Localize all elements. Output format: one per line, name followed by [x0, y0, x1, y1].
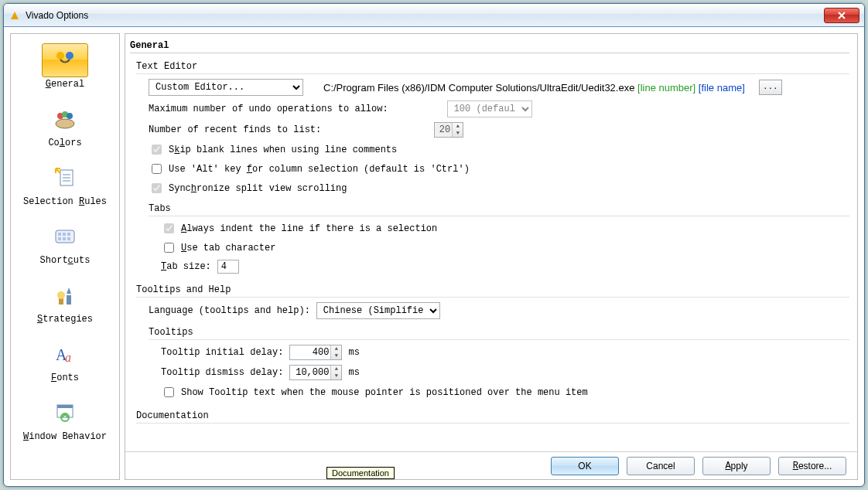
- svg-point-18: [57, 291, 65, 299]
- sidebar-item-selection-rules[interactable]: Selection Rules: [11, 156, 119, 215]
- sidebar-icon: [42, 161, 88, 195]
- spinner-buttons: ▲▼: [452, 123, 463, 137]
- sidebar-icon: [42, 43, 88, 77]
- initial-delay-label: Tooltip initial delay:: [161, 347, 283, 358]
- sidebar-item-colors[interactable]: Colors: [11, 97, 119, 156]
- ok-button[interactable]: OK: [551, 457, 619, 475]
- editor-path: C:/Program Files (x86)/IDM Computer Solu…: [323, 82, 745, 94]
- text-editor-heading: Text Editor: [136, 61, 849, 74]
- sidebar-item-general[interactable]: General: [11, 39, 119, 97]
- svg-rect-23: [57, 405, 73, 408]
- dismiss-delay-input[interactable]: [290, 367, 330, 378]
- recent-finds-input: [435, 124, 452, 135]
- svg-rect-19: [67, 295, 71, 305]
- alt-column-checkbox[interactable]: Use 'Alt' key for column selection (defa…: [149, 162, 470, 176]
- options-window: Vivado Options General Colors Selection …: [3, 3, 865, 487]
- sidebar-item-shortcuts[interactable]: Shortcuts: [11, 215, 119, 274]
- spinner-buttons[interactable]: ▲▼: [330, 345, 341, 359]
- tooltips-heading: Tooltips and Help: [136, 284, 849, 298]
- svg-rect-15: [63, 237, 66, 240]
- sidebar-item-label: Colors: [48, 138, 81, 148]
- button-bar: OK Cancel AApplypply Restore...Restore..…: [125, 451, 857, 479]
- tabs-heading: Tabs: [149, 203, 849, 216]
- tab-size-label: Tab size:: [161, 261, 211, 272]
- svg-text:a: a: [65, 351, 71, 364]
- close-button[interactable]: [824, 8, 859, 23]
- recent-finds-spinner[interactable]: ▲▼: [434, 122, 463, 138]
- editor-path-more-button[interactable]: ...: [759, 80, 782, 95]
- sidebar-item-strategies[interactable]: Strategies: [11, 274, 119, 332]
- sidebar-item-label: Fonts: [51, 373, 79, 383]
- use-tab-char-checkbox[interactable]: Use tab character: [161, 240, 275, 255]
- sync-split-checkbox[interactable]: Synchronize split view scrolling: [149, 181, 347, 196]
- svg-point-2: [56, 119, 74, 128]
- sidebar-item-label: Shortcuts: [40, 255, 91, 266]
- svg-point-5: [67, 113, 73, 119]
- ms-label: ms: [348, 367, 359, 378]
- ms-label: ms: [348, 347, 359, 358]
- page-heading: General: [130, 40, 849, 53]
- tab-size-input[interactable]: [217, 260, 239, 274]
- documentation-heading: Documentation: [136, 410, 849, 424]
- restore-button[interactable]: Restore...Restore...: [778, 457, 846, 475]
- window-title: Vivado Options: [26, 10, 824, 21]
- sidebar-item-label: Selection Rules: [23, 196, 107, 207]
- initial-delay-input[interactable]: [290, 347, 330, 358]
- svg-rect-17: [59, 298, 63, 305]
- max-undo-select: 100 (default): [447, 100, 532, 117]
- sidebar-item-fonts[interactable]: Aa Fonts: [11, 332, 119, 391]
- editor-select[interactable]: Custom Editor...: [149, 79, 303, 96]
- svg-rect-12: [63, 233, 66, 236]
- svg-rect-10: [56, 230, 74, 243]
- sidebar: General Colors Selection Rules Shortcuts…: [10, 33, 120, 480]
- recent-finds-label: Number of recent finds to list:: [149, 124, 321, 135]
- sidebar-icon: [42, 396, 88, 430]
- svg-point-0: [56, 52, 64, 60]
- max-undo-label: Maximum number of undo operations to all…: [149, 104, 388, 114]
- spinner-buttons[interactable]: ▲▼: [330, 366, 341, 379]
- content-panel: General Text Editor Custom Editor... C:/…: [125, 33, 858, 480]
- tooltips-subheading: Tooltips: [149, 327, 849, 340]
- svg-point-1: [66, 52, 73, 60]
- dismiss-delay-label: Tooltip dismiss delay:: [161, 367, 283, 378]
- show-tooltip-checkbox[interactable]: Show Tooltip text when the mouse pointer…: [161, 385, 588, 400]
- always-indent-checkbox[interactable]: Always indent the line if there is a sel…: [161, 221, 437, 236]
- sidebar-icon: Aa: [42, 337, 88, 371]
- sidebar-item-label: Window Behavior: [23, 431, 107, 442]
- svg-rect-14: [58, 237, 61, 240]
- close-icon: [837, 11, 846, 20]
- sidebar-item-label: General: [46, 79, 84, 90]
- titlebar: Vivado Options: [4, 4, 864, 27]
- cancel-button[interactable]: Cancel: [627, 457, 695, 475]
- sidebar-icon: [42, 278, 88, 312]
- svg-rect-16: [67, 237, 70, 240]
- content-scroll[interactable]: General Text Editor Custom Editor... C:/…: [125, 34, 857, 451]
- sidebar-icon: [42, 102, 88, 136]
- language-select[interactable]: Chinese (Simplified): [316, 302, 440, 319]
- app-icon: [9, 9, 21, 22]
- svg-rect-11: [58, 233, 61, 236]
- language-label: Language (tooltips and help):: [149, 305, 310, 316]
- sidebar-item-label: Strategies: [37, 314, 93, 325]
- dismiss-delay-spinner[interactable]: ▲▼: [289, 365, 342, 380]
- skip-blank-checkbox[interactable]: Skip blank lines when using line comment…: [149, 142, 397, 157]
- svg-rect-13: [67, 233, 70, 236]
- sidebar-icon: [42, 219, 88, 254]
- body: General Colors Selection Rules Shortcuts…: [4, 27, 864, 486]
- apply-button[interactable]: AApplypply: [702, 457, 771, 475]
- sidebar-item-window-behavior[interactable]: Window Behavior: [11, 391, 119, 450]
- initial-delay-spinner[interactable]: ▲▼: [289, 345, 342, 360]
